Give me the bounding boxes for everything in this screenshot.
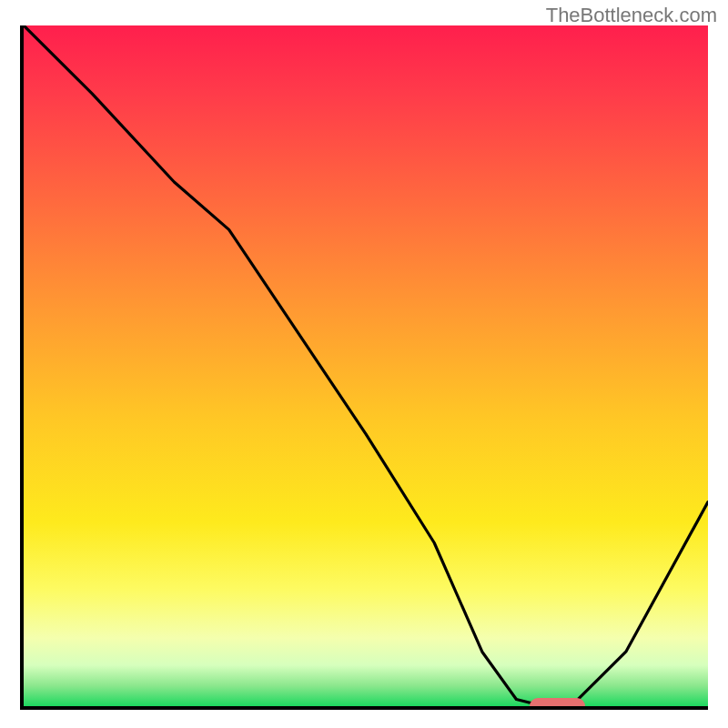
- plot-area: [20, 25, 708, 710]
- bottleneck-curve: [24, 25, 708, 706]
- optimal-range-marker: [530, 698, 584, 710]
- watermark-text: TheBottleneck.com: [546, 4, 717, 27]
- chart-container: TheBottleneck.com: [0, 0, 728, 728]
